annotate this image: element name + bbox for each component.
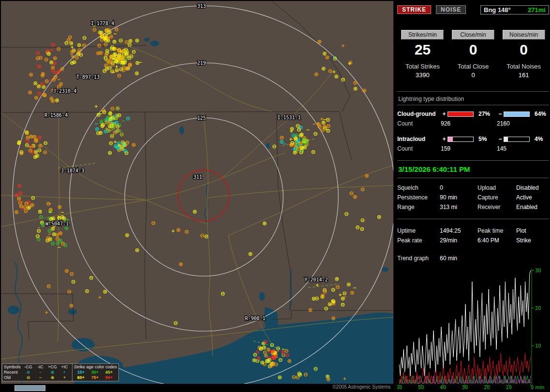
total-strikes-label: Total Strikes	[397, 63, 448, 70]
cg-count-row: Count 926 2160	[397, 119, 549, 128]
strike-indicator[interactable]: STRIKE	[397, 5, 431, 14]
ic-positive-pct: 5%	[476, 136, 497, 142]
plot-label: Plot	[516, 227, 550, 234]
receiver-status: Enabled	[516, 204, 550, 210]
map-label: T-897-13	[76, 74, 100, 80]
uptime-value: 1494:25	[440, 227, 478, 234]
strike-symbol-glyph: +	[58, 370, 71, 375]
age-code: 75+	[88, 375, 102, 380]
squelch-label: Squelch	[397, 184, 440, 191]
cg-negative-pct: 64%	[532, 111, 550, 117]
age-code: 60+	[74, 375, 88, 380]
bearing-label: Bng 148°	[484, 6, 511, 14]
totals-labels-row: Total Strikes Total Close Total Noises	[397, 63, 549, 70]
legend-row-label: Old	[4, 375, 22, 380]
trend-series-strikes	[399, 270, 531, 376]
rate-buttons-row: Strikes/min Close/min Noises/min	[397, 30, 549, 40]
close-per-min-value: 0	[448, 42, 499, 58]
minus-sign: −	[497, 111, 504, 117]
intracloud-label: Intracloud	[397, 136, 441, 142]
indicator-row: STRIKE NOISE Bng 148° 271mi	[397, 5, 549, 14]
ic-negative-count: 145	[497, 145, 550, 152]
strike-symbol-glyph: −	[34, 370, 46, 375]
legend-column-header: -CG	[22, 364, 34, 370]
bearing-readout: Bng 148° 271mi	[480, 5, 549, 14]
total-noises-value: 161	[498, 71, 549, 79]
peak-time-label: Peak time	[478, 227, 516, 234]
capture-status: Active	[516, 194, 550, 201]
svg-text:10: 10	[535, 343, 541, 349]
map-label: I-1778-4	[91, 21, 114, 26]
strike-symbol-glyph: ⊖	[22, 370, 34, 375]
cg-negative-bar	[504, 112, 530, 117]
trend-series-close	[399, 353, 531, 383]
map-label: R-1586-4	[44, 112, 68, 118]
svg-text:20: 20	[484, 385, 490, 390]
intracloud-row: Intracloud + 5% − 4%	[397, 134, 549, 144]
total-noises-label: Total Noises	[498, 63, 549, 70]
strikes-per-min-button[interactable]: Strikes/min	[401, 30, 444, 40]
cloud-ground-label: Cloud-ground	[397, 111, 441, 117]
map-label: 219	[197, 60, 206, 66]
persistence-label: Persistence	[397, 194, 440, 201]
lightning-map[interactable]: 125219313I-1778-4T-897-13J-2310-4R-1586-…	[1, 1, 393, 384]
cg-negative-count: 2160	[497, 120, 550, 127]
svg-text:20: 20	[535, 306, 541, 311]
cg-positive-count: 926	[441, 120, 497, 127]
age-code: 30+	[88, 370, 102, 375]
age-code: 45+	[102, 370, 116, 375]
map-label: J-1874-3	[61, 168, 84, 173]
cg-positive-bar	[448, 112, 474, 117]
map-label: Y-2014-2	[304, 277, 328, 282]
trend-graph: 1020306050403020100 min	[397, 266, 550, 390]
settings-row: Range 313 mi Receiver Enabled	[397, 202, 549, 212]
distribution-title: Lightning type distribution	[397, 92, 549, 105]
sidebar: STRIKE NOISE Bng 148° 271mi Strikes/min …	[394, 5, 550, 391]
plot-mode-value: Strike	[516, 237, 550, 244]
peak-time-value: 6:40 PM	[478, 237, 516, 244]
datetime-display: 3/15/2026 6:40:11 PM	[397, 161, 549, 178]
map-legend: Symbols-CG-IC+CG+ICRecent⊖−⊕+Old⊖−⊕+ Str…	[2, 364, 119, 381]
legend-column-header: +CG	[46, 364, 58, 370]
legend-age-title: Strike age color codes	[74, 364, 117, 370]
svg-text:30: 30	[535, 268, 541, 273]
ic-positive-bar	[448, 137, 474, 142]
trend-graph-label: Trend graph	[397, 255, 440, 262]
legend-column-header: +IC	[58, 364, 71, 370]
strike-symbol-glyph: −	[34, 375, 46, 380]
bearing-distance: 271mi	[528, 6, 546, 14]
trend-window-value: 60 min	[440, 255, 549, 262]
svg-text:0 min: 0 min	[531, 385, 544, 390]
plus-sign: +	[441, 136, 448, 142]
persistence-value: 90 min	[440, 194, 478, 201]
noises-per-min-value: 0	[498, 42, 549, 58]
noises-per-min-button[interactable]: Noises/min	[503, 30, 545, 40]
svg-text:10: 10	[506, 385, 512, 390]
map-panel[interactable]: 125219313I-1778-4T-897-13J-2310-4R-1586-…	[1, 1, 393, 384]
svg-text:50: 50	[418, 385, 424, 390]
peak-rate-value: 29/min	[440, 237, 478, 244]
legend-column-header: -IC	[34, 364, 46, 370]
range-label: Range	[397, 204, 440, 210]
map-label: I-1531-1	[277, 115, 301, 120]
strike-symbol-glyph: +	[58, 375, 71, 380]
ic-positive-count: 159	[441, 145, 497, 152]
count-label: Count	[397, 120, 441, 127]
status-row: Uptime 1494:25 Peak time Plot	[397, 226, 549, 236]
age-code: 15+	[74, 370, 88, 375]
taskbar-item[interactable]	[14, 385, 45, 391]
copyright-text: ©2005 Astrogenic Systems	[333, 384, 391, 390]
noise-indicator[interactable]: NOISE	[436, 5, 466, 14]
legend-symbols-title: Symbols	[4, 364, 22, 370]
totals-values-row: 3390 0 161	[397, 71, 549, 79]
svg-text:40: 40	[440, 385, 446, 390]
total-close-value: 0	[448, 71, 499, 79]
strikes-per-min-value: 25	[397, 42, 448, 58]
rates-row: 25 0 0	[397, 42, 549, 58]
map-label: R-908-1	[245, 316, 265, 321]
settings-row: Persistence 90 min Capture Active	[397, 193, 549, 202]
minus-sign: −	[497, 136, 504, 142]
receiver-label: Receiver	[478, 204, 516, 210]
close-per-min-button[interactable]: Close/min	[452, 30, 494, 40]
status-row: Peak rate 29/min 6:40 PM Strike	[397, 236, 549, 245]
